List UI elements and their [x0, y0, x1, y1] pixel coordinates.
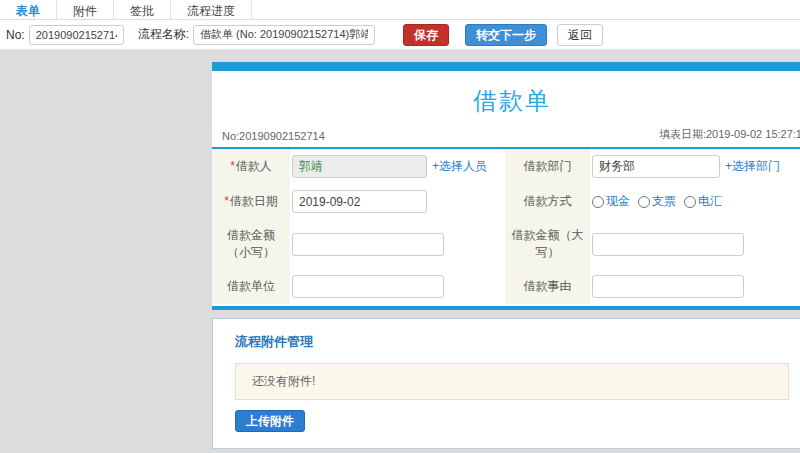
method-wire-radio[interactable] [684, 196, 696, 208]
action-toolbar: No: 流程名称: 保存 转交下一步 返回 [0, 20, 800, 50]
amount-lower-input[interactable] [292, 233, 444, 256]
form-title: 借款单 [212, 71, 800, 127]
select-department-link[interactable]: +选择部门 [725, 158, 780, 175]
required-mark: * [230, 159, 235, 173]
required-mark: * [224, 194, 229, 208]
loan-method-radio-group: 现金 支票 电汇 [592, 193, 722, 210]
tab-approval[interactable]: 签批 [114, 0, 171, 19]
form-top-accent-bar [212, 62, 800, 71]
method-cheque-option[interactable]: 支票 [638, 193, 676, 210]
process-name-input[interactable] [193, 25, 375, 45]
attachments-panel-title: 流程附件管理 [235, 333, 789, 351]
tab-form[interactable]: 表单 [0, 0, 57, 19]
tab-attachments[interactable]: 附件 [57, 0, 114, 19]
tab-bar: 表单 附件 签批 流程进度 [0, 0, 800, 20]
form-no-text: No:20190902152714 [222, 130, 325, 142]
amount-upper-input[interactable] [592, 233, 744, 256]
select-person-link[interactable]: +选择人员 [432, 158, 487, 175]
form-date-text: 填表日期:2019-09-02 15:27:1 [659, 127, 800, 142]
form-bottom-accent-bar [212, 306, 800, 310]
page-background: 借款单 No:20190902152714 填表日期:2019-09-02 15… [0, 50, 800, 453]
loan-method-label: 借款方式 [505, 184, 590, 219]
method-cheque-radio[interactable] [638, 196, 650, 208]
loan-unit-label: 借款单位 [212, 269, 290, 304]
loan-unit-input[interactable] [292, 275, 444, 298]
method-cash-radio[interactable] [592, 196, 604, 208]
form-meta-row: No:20190902152714 填表日期:2019-09-02 15:27:… [212, 127, 800, 149]
method-cash-option[interactable]: 现金 [592, 193, 630, 210]
no-attachments-message: 还没有附件! [235, 363, 789, 400]
amount-lower-label: 借款金额（小写） [212, 219, 290, 269]
no-input[interactable] [29, 25, 124, 45]
save-button[interactable]: 保存 [403, 24, 449, 46]
no-label: No: [6, 28, 25, 42]
borrower-label: *借款人 [212, 149, 290, 184]
loan-form-panel: 借款单 No:20190902152714 填表日期:2019-09-02 15… [212, 62, 800, 310]
loan-date-label: *借款日期 [212, 184, 290, 219]
upload-attachment-button[interactable]: 上传附件 [235, 410, 305, 432]
form-grid: *借款人 +选择人员 借款部门 +选择部门 *借款日期 借款 [212, 149, 800, 304]
loan-reason-input[interactable] [592, 275, 744, 298]
back-button[interactable]: 返回 [557, 24, 603, 46]
borrower-input[interactable] [292, 155, 427, 178]
loan-date-input[interactable] [292, 190, 427, 213]
attachments-panel: 流程附件管理 还没有附件! 上传附件 [212, 318, 800, 449]
loan-reason-label: 借款事由 [505, 269, 590, 304]
department-input[interactable] [592, 155, 720, 178]
method-wire-option[interactable]: 电汇 [684, 193, 722, 210]
department-label: 借款部门 [505, 149, 590, 184]
tab-process-progress[interactable]: 流程进度 [171, 0, 252, 19]
amount-upper-label: 借款金额（大写） [505, 219, 590, 269]
process-name-label: 流程名称: [138, 26, 189, 43]
forward-next-step-button[interactable]: 转交下一步 [465, 24, 547, 46]
